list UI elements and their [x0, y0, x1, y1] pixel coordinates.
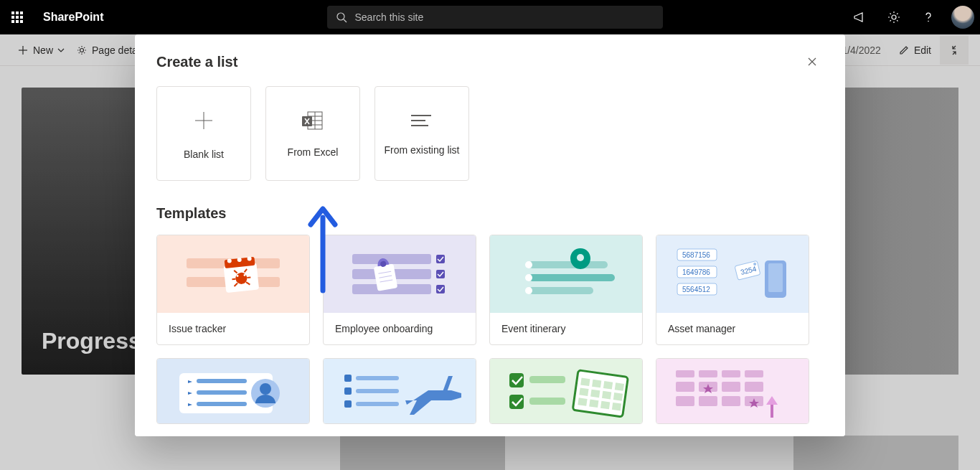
from-existing-list-option[interactable]: From existing list — [374, 86, 469, 181]
blank-list-option[interactable]: Blank list — [156, 86, 251, 181]
template-thumb — [157, 235, 309, 313]
svg-rect-98 — [676, 370, 694, 377]
svg-rect-76 — [344, 400, 352, 408]
svg-line-33 — [247, 278, 250, 278]
svg-rect-105 — [745, 382, 763, 392]
waffle-icon — [11, 11, 23, 23]
dialog-title: Create a list — [156, 54, 237, 70]
template-travel-requests[interactable] — [323, 358, 476, 424]
svg-rect-83 — [529, 376, 565, 383]
svg-rect-41 — [436, 285, 445, 293]
svg-rect-67 — [197, 379, 247, 383]
settings-button[interactable] — [877, 0, 911, 34]
megaphone-button[interactable] — [842, 0, 877, 34]
suite-bar: SharePoint — [0, 0, 980, 34]
svg-marker-113 — [766, 396, 778, 405]
template-thumb: 5687156 1649786 5564512 3254 — [656, 235, 809, 313]
svg-rect-88 — [603, 381, 613, 390]
plus-icon — [191, 108, 217, 136]
svg-rect-108 — [722, 396, 740, 406]
svg-rect-79 — [356, 402, 399, 406]
svg-text:5687156: 5687156 — [682, 251, 710, 259]
svg-rect-107 — [699, 396, 717, 406]
template-work-progress-tracker[interactable] — [489, 358, 643, 424]
option-label: Blank list — [184, 149, 224, 160]
template-thumb — [656, 359, 809, 424]
option-label: From existing list — [384, 144, 459, 156]
search-icon — [336, 11, 347, 23]
svg-rect-69 — [197, 390, 247, 395]
svg-point-3 — [928, 21, 929, 22]
svg-rect-82 — [509, 395, 524, 409]
svg-rect-84 — [529, 398, 565, 405]
template-employee-onboarding[interactable]: Employee onboarding — [323, 235, 476, 345]
template-thumb — [157, 359, 309, 424]
svg-rect-49 — [529, 274, 615, 281]
svg-rect-99 — [699, 370, 717, 377]
svg-rect-42 — [374, 263, 397, 291]
avatar — [951, 6, 974, 29]
svg-rect-77 — [356, 376, 399, 380]
svg-rect-80 — [443, 376, 453, 392]
help-icon — [921, 10, 936, 24]
create-list-dialog: Create a list Blank list From Excel — [135, 34, 845, 436]
svg-rect-71 — [197, 402, 247, 406]
excel-icon — [301, 110, 325, 133]
svg-rect-86 — [580, 378, 590, 387]
svg-text:1649786: 1649786 — [682, 268, 710, 276]
svg-rect-81 — [509, 373, 524, 387]
gear-icon — [887, 10, 901, 24]
svg-rect-97 — [612, 403, 621, 411]
svg-rect-36 — [352, 254, 431, 264]
template-label: Asset manager — [656, 313, 809, 344]
option-label: From Excel — [288, 146, 339, 158]
svg-rect-89 — [615, 382, 624, 391]
brand-label[interactable]: SharePoint — [34, 11, 112, 24]
svg-rect-75 — [344, 387, 352, 395]
svg-rect-102 — [676, 382, 694, 392]
svg-rect-96 — [600, 401, 610, 410]
app-launcher-button[interactable] — [0, 0, 34, 34]
list-icon — [410, 112, 434, 131]
template-label: Event itinerary — [490, 313, 642, 344]
svg-line-1 — [344, 19, 347, 22]
svg-point-50 — [525, 274, 532, 281]
svg-point-2 — [892, 15, 896, 19]
svg-rect-61 — [768, 263, 783, 292]
svg-point-73 — [260, 383, 271, 395]
template-issue-tracker[interactable]: Issue tracker — [156, 235, 310, 345]
svg-rect-40 — [436, 270, 445, 278]
svg-rect-112 — [771, 405, 773, 418]
template-thumb — [490, 235, 642, 313]
template-recruitment-tracker[interactable] — [156, 358, 310, 424]
template-thumb — [324, 359, 476, 424]
svg-point-52 — [525, 287, 532, 294]
help-button[interactable] — [911, 0, 946, 34]
svg-rect-100 — [722, 370, 740, 377]
account-button[interactable] — [946, 0, 980, 34]
svg-rect-51 — [529, 287, 593, 294]
svg-rect-93 — [613, 393, 623, 401]
template-content-scheduler[interactable] — [656, 358, 809, 424]
template-event-itinerary[interactable]: Event itinerary — [489, 235, 643, 345]
template-label: Employee onboarding — [324, 313, 476, 344]
from-excel-option[interactable]: From Excel — [265, 86, 360, 181]
svg-rect-47 — [529, 261, 608, 268]
svg-rect-74 — [344, 375, 352, 382]
svg-rect-90 — [579, 387, 588, 396]
close-icon — [807, 57, 817, 67]
search-input[interactable] — [354, 11, 654, 23]
svg-point-48 — [525, 261, 532, 268]
svg-rect-91 — [590, 390, 600, 398]
template-label: Issue tracker — [157, 313, 309, 344]
megaphone-icon — [852, 10, 867, 24]
search-box[interactable] — [327, 6, 663, 29]
close-button[interactable] — [801, 50, 824, 73]
template-thumb — [490, 359, 642, 424]
svg-rect-106 — [676, 396, 694, 406]
svg-point-0 — [337, 13, 344, 20]
template-asset-manager[interactable]: 5687156 1649786 5564512 3254 Asset manag… — [656, 235, 809, 345]
svg-rect-78 — [356, 389, 399, 393]
svg-rect-95 — [589, 400, 598, 408]
svg-point-53 — [577, 254, 584, 261]
